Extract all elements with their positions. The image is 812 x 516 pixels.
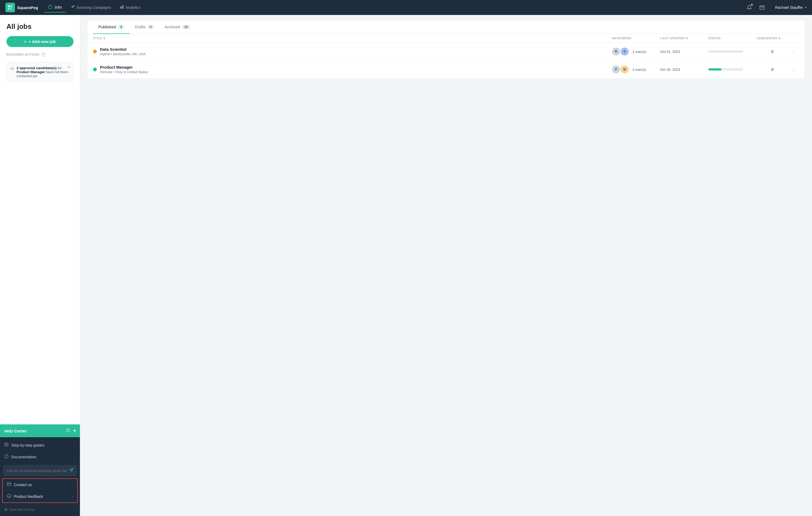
table-header: TITLE ⇅ REVIEWERS LAST UPDATED ⇅ STATUS … bbox=[88, 34, 805, 43]
nav-item-analytics[interactable]: Analytics bbox=[116, 3, 144, 12]
svg-rect-0 bbox=[8, 5, 10, 7]
feedback-label: Product feedback bbox=[14, 494, 43, 498]
svg-rect-2 bbox=[8, 8, 10, 10]
help-guides-item[interactable]: Step-by-step guides › bbox=[0, 439, 80, 451]
status-bar-bg-2 bbox=[708, 68, 743, 70]
contact-icon bbox=[7, 482, 11, 487]
svg-rect-5 bbox=[120, 7, 121, 8]
contact-arrow-icon: › bbox=[72, 483, 73, 487]
action-mail-icon: ✉ bbox=[10, 66, 14, 71]
help-center-title: Help Center bbox=[4, 429, 27, 433]
send-icon[interactable] bbox=[69, 468, 73, 473]
highlighted-section: Contact us › Product feedback › bbox=[2, 478, 78, 503]
job-status-dot-2 bbox=[93, 67, 97, 71]
title-sort-icon[interactable]: ⇅ bbox=[103, 37, 106, 40]
nav-item-jobs[interactable]: Jobs bbox=[45, 2, 66, 12]
help-docs-item[interactable]: Documentation › bbox=[0, 451, 80, 463]
product-feedback-item[interactable]: Product feedback › bbox=[3, 491, 77, 503]
ai-search-input[interactable] bbox=[7, 469, 67, 473]
job-title-2: Product Manager bbox=[100, 65, 148, 69]
jobs-table: TITLE ⇅ REVIEWERS LAST UPDATED ⇅ STATUS … bbox=[88, 34, 805, 78]
tab-published[interactable]: Published 2 bbox=[93, 20, 129, 34]
drafts-tab-label: Drafts bbox=[135, 25, 146, 29]
published-tab-count: 2 bbox=[118, 25, 124, 29]
status-bar-fill-2 bbox=[708, 68, 721, 70]
svg-rect-3 bbox=[10, 8, 12, 10]
guides-icon bbox=[4, 443, 8, 448]
page-layout: All jobs + + Add new job REQUIRED ACTION… bbox=[0, 15, 812, 516]
sidebar: All jobs + + Add new job REQUIRED ACTION… bbox=[0, 15, 80, 516]
svg-rect-7 bbox=[123, 6, 123, 8]
close-icon[interactable]: ✕ bbox=[67, 65, 70, 69]
chevron-down-icon: ▾ bbox=[805, 6, 807, 9]
status-bar-cell-2 bbox=[708, 68, 756, 70]
avatar-1: R bbox=[612, 48, 620, 56]
contact-us-item[interactable]: Contact us › bbox=[3, 479, 77, 491]
notifications-button[interactable] bbox=[745, 3, 753, 12]
svg-rect-21 bbox=[6, 509, 7, 510]
feedback-icon bbox=[7, 494, 11, 499]
logo-icon bbox=[5, 3, 15, 12]
required-actions-info-icon[interactable]: ? bbox=[41, 52, 46, 57]
job-title-cell-2: Product Manager Remote • Only in United … bbox=[93, 65, 612, 74]
ai-search[interactable] bbox=[3, 465, 77, 476]
user-name: Rachael Stauffer bbox=[775, 5, 803, 10]
user-menu[interactable]: Rachael Stauffer ▾ bbox=[775, 5, 807, 10]
avatar-3: P bbox=[612, 65, 620, 73]
tabs-bar: Published 2 Drafts 0 Archived 30 bbox=[88, 20, 805, 34]
svg-rect-1 bbox=[10, 5, 12, 7]
sourcing-icon bbox=[70, 5, 75, 10]
job-status-dot-1 bbox=[93, 50, 97, 53]
table-row[interactable]: Product Manager Remote • Only in United … bbox=[88, 61, 805, 78]
nav-sourcing-label: Sourcing Campaigns bbox=[77, 5, 111, 10]
add-button-label: + Add new job bbox=[29, 39, 56, 44]
table-row[interactable]: Data Scientist Hybrid • Bentonville, AR,… bbox=[88, 43, 805, 61]
help-center: Help Center ▾ Step-by-step guides bbox=[0, 424, 80, 516]
main-nav: Jobs Sourcing Campaigns Analytics bbox=[45, 2, 144, 12]
status-bar-cell-1 bbox=[708, 51, 756, 53]
candidates-cell-1: 0 bbox=[756, 50, 788, 54]
nav-jobs-label: Jobs bbox=[54, 5, 62, 9]
topnav: SquarePeg Jobs Sourcing Campaigns Analyt… bbox=[0, 0, 812, 15]
lastupdated-sort-icon[interactable]: ⇅ bbox=[686, 37, 688, 40]
avatar-4: M bbox=[620, 65, 629, 73]
help-body: Step-by-step guides › Documentation › bbox=[0, 437, 80, 516]
svg-rect-23 bbox=[6, 510, 7, 511]
job-info-2: Product Manager Remote • Only in United … bbox=[100, 65, 148, 74]
notification-badge bbox=[751, 4, 753, 6]
svg-rect-20 bbox=[5, 509, 6, 510]
published-tab-label: Published bbox=[98, 25, 116, 29]
more-options-btn-1[interactable]: ⋮ bbox=[788, 49, 799, 55]
reviewer-count-2: 2 user(s) bbox=[632, 67, 646, 71]
reviewers-cell-2: P M 2 user(s) bbox=[612, 65, 660, 73]
svg-rect-22 bbox=[5, 510, 6, 511]
main-content: Published 2 Drafts 0 Archived 30 TITLE ⇅… bbox=[80, 15, 812, 516]
search-icon[interactable] bbox=[66, 428, 70, 433]
job-location-1: Hybrid • Bentonville, AR, USA bbox=[100, 52, 146, 56]
required-action-card: ✉ 2 approved candidate(s) for: Product M… bbox=[6, 62, 74, 82]
tab-archived[interactable]: Archived 30 bbox=[159, 20, 195, 34]
svg-rect-4 bbox=[49, 6, 52, 8]
logo[interactable]: SquarePeg bbox=[5, 3, 38, 12]
analytics-icon bbox=[120, 5, 124, 10]
guides-arrow-icon: › bbox=[75, 443, 76, 447]
archived-tab-count: 30 bbox=[182, 25, 190, 29]
help-center-header: Help Center ▾ bbox=[0, 424, 80, 437]
job-title-cell-1: Data Scientist Hybrid • Bentonville, AR,… bbox=[93, 47, 612, 56]
collapse-icon[interactable]: ▾ bbox=[74, 428, 76, 433]
messages-button[interactable] bbox=[758, 3, 766, 12]
nav-item-sourcing[interactable]: Sourcing Campaigns bbox=[67, 3, 115, 12]
docs-icon bbox=[4, 454, 8, 460]
header-title: TITLE ⇅ bbox=[93, 37, 612, 40]
avatar-2: S bbox=[620, 48, 629, 56]
required-actions-label: REQUIRED ACTIONS ? bbox=[6, 52, 74, 57]
feedback-arrow-icon: › bbox=[72, 495, 73, 498]
tab-drafts[interactable]: Drafts 0 bbox=[129, 20, 159, 34]
add-new-job-button[interactable]: + + Add new job bbox=[6, 36, 74, 47]
candidates-sort-icon[interactable]: ⇅ bbox=[778, 37, 781, 40]
job-info-1: Data Scientist Hybrid • Bentonville, AR,… bbox=[100, 47, 146, 56]
more-options-btn-2[interactable]: ⋮ bbox=[788, 66, 799, 72]
made-with-userflow: Made with Userflow bbox=[0, 505, 80, 514]
svg-line-10 bbox=[69, 431, 70, 432]
page-title: All jobs bbox=[6, 23, 74, 31]
